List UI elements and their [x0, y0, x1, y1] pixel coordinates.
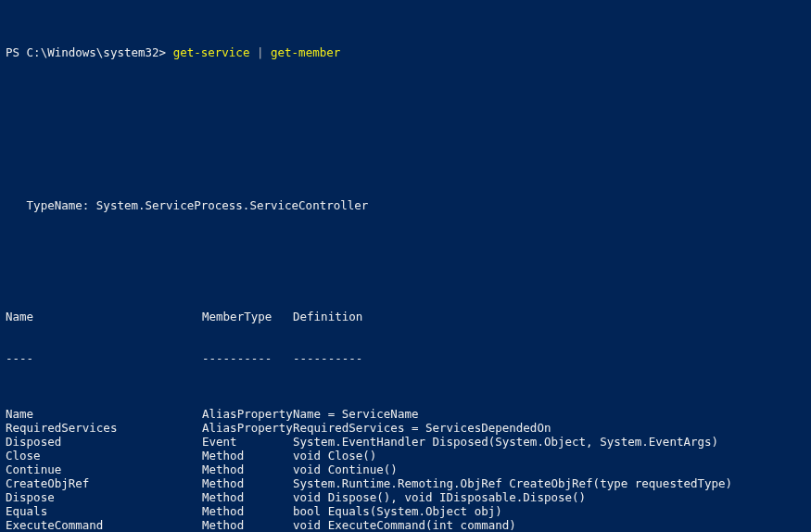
- header-name: Name: [6, 310, 202, 323]
- member-row: ExecuteCommandMethodvoid ExecuteCommand(…: [6, 518, 805, 532]
- blank-line: [6, 101, 805, 115]
- prompt-prefix: PS C:\Windows\system32>: [6, 45, 173, 59]
- blank-line: [6, 143, 805, 157]
- member-type: Method: [202, 476, 293, 490]
- divider-def: ----------: [293, 351, 362, 365]
- member-name: Dispose: [6, 490, 202, 504]
- member-definition: RequiredServices = ServicesDependedOn: [293, 421, 551, 435]
- member-definition: void Continue(): [293, 462, 398, 476]
- member-row: DisposedEventSystem.EventHandler Dispose…: [6, 435, 805, 449]
- command-get-member: get-member: [271, 45, 340, 59]
- header-definition: Definition: [293, 310, 362, 323]
- member-type: AliasProperty: [202, 421, 293, 435]
- header-membertype: MemberType: [202, 310, 293, 323]
- output-rows: NameAliasPropertyName = ServiceNameRequi…: [6, 407, 805, 532]
- member-definition: bool Equals(System.Object obj): [293, 504, 502, 518]
- divider-name: ----: [6, 351, 202, 365]
- member-type: Method: [202, 449, 293, 462]
- member-type: Method: [202, 518, 293, 532]
- command-get-service: get-service: [173, 45, 257, 59]
- member-name: Equals: [6, 504, 202, 518]
- member-row: CreateObjRefMethodSystem.Runtime.Remotin…: [6, 476, 805, 490]
- member-name: ExecuteCommand: [6, 518, 202, 532]
- divider-type: ----------: [202, 351, 293, 365]
- member-name: Continue: [6, 462, 202, 476]
- member-definition: void Dispose(), void IDisposable.Dispose…: [293, 490, 586, 504]
- header-row: NameMemberTypeDefinition: [6, 310, 805, 323]
- member-row: RequiredServicesAliasPropertyRequiredSer…: [6, 421, 805, 435]
- member-definition: void Close(): [293, 449, 376, 462]
- typename-line: TypeName: System.ServiceProcess.ServiceC…: [6, 198, 805, 212]
- member-type: AliasProperty: [202, 407, 293, 421]
- member-type: Event: [202, 435, 293, 449]
- member-type: Method: [202, 462, 293, 476]
- member-name: Close: [6, 449, 202, 462]
- member-row: DisposeMethodvoid Dispose(), void IDispo…: [6, 490, 805, 504]
- member-name: Disposed: [6, 435, 202, 449]
- member-row: CloseMethodvoid Close(): [6, 449, 805, 462]
- member-name: Name: [6, 407, 202, 421]
- member-row: ContinueMethodvoid Continue(): [6, 462, 805, 476]
- pipe-symbol: |: [257, 45, 271, 59]
- divider-row: ------------------------: [6, 351, 805, 365]
- member-row: EqualsMethodbool Equals(System.Object ob…: [6, 504, 805, 518]
- member-name: RequiredServices: [6, 421, 202, 435]
- member-definition: System.EventHandler Disposed(System.Obje…: [293, 435, 718, 449]
- member-type: Method: [202, 504, 293, 518]
- blank-line: [6, 254, 805, 268]
- member-type: Method: [202, 490, 293, 504]
- prompt-line: PS C:\Windows\system32> get-service | ge…: [6, 45, 805, 59]
- member-definition: Name = ServiceName: [293, 407, 418, 421]
- powershell-terminal[interactable]: PS C:\Windows\system32> get-service | ge…: [0, 0, 811, 532]
- member-row: NameAliasPropertyName = ServiceName: [6, 407, 805, 421]
- member-definition: void ExecuteCommand(int command): [293, 518, 516, 532]
- member-definition: System.Runtime.Remoting.ObjRef CreateObj…: [293, 476, 732, 490]
- member-name: CreateObjRef: [6, 476, 202, 490]
